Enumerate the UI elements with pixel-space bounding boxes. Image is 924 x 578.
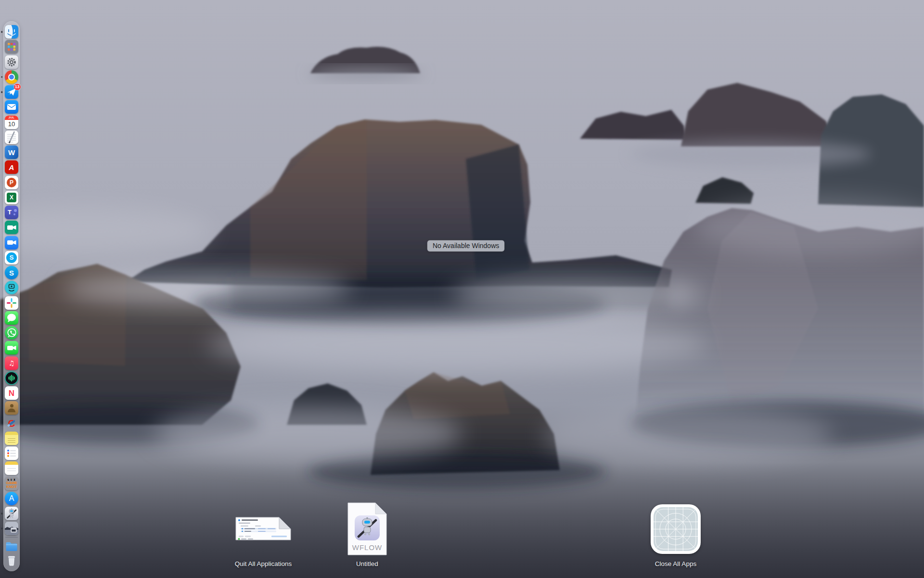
file-label: Close All Apps <box>655 560 696 568</box>
dock-item-apple-music[interactable]: ♫ <box>5 356 18 370</box>
dock-item-microsoft-powerpoint[interactable]: P <box>5 176 18 189</box>
dock-item-textedit[interactable] <box>5 131 18 144</box>
wflow-file-icon: WFLOW <box>345 502 389 556</box>
excel-tile: X <box>7 193 16 202</box>
zoom-camera-icon <box>5 236 18 250</box>
dock-item-facetime[interactable] <box>5 341 18 355</box>
dock-item-reminders[interactable] <box>5 447 18 460</box>
trash-glyph <box>5 554 18 567</box>
dock-item-automator[interactable] <box>5 507 18 520</box>
dock-item-audio-waveform-app[interactable] <box>5 371 18 385</box>
waveform-icon <box>5 371 18 385</box>
file-close-all-apps[interactable]: Close All Apps <box>628 502 724 568</box>
calendar-month: JUL <box>5 116 18 120</box>
word-icon: W <box>5 145 18 159</box>
app-template-icon <box>651 502 701 556</box>
powerpoint-icon: P <box>5 176 18 189</box>
music-note: ♫ <box>9 359 15 367</box>
skype-letter: S <box>10 254 14 261</box>
news-icon: N <box>5 386 18 400</box>
calendar-day: 10 <box>5 120 18 129</box>
app-template-grid-glyph <box>654 507 698 551</box>
gear-glyph <box>5 55 18 69</box>
workflow-document-glyph <box>234 516 293 541</box>
dock-item-gameknot-chess[interactable]: ♞♛♜ GAME KNOT <box>5 477 18 490</box>
excel-icon: X <box>5 191 18 204</box>
dock-item-webcam-app[interactable] <box>5 281 18 294</box>
skype-business-icon: S <box>5 266 18 279</box>
running-indicator <box>1 512 3 514</box>
mail-envelope-icon <box>5 100 18 114</box>
dock-item-ccleaner[interactable]: C <box>5 417 18 430</box>
wflow-filetype-text: WFLOW <box>345 544 389 552</box>
wallpaper-graphic <box>0 0 924 578</box>
envelope-glyph <box>5 100 18 114</box>
dock-separator <box>5 537 18 538</box>
dock-item-adobe-acrobat[interactable]: A <box>5 160 18 174</box>
webcam-icon <box>5 281 18 294</box>
word-letter: W <box>8 149 15 156</box>
automator-robot-icon <box>5 507 18 520</box>
dock-item-notes[interactable] <box>5 461 18 475</box>
dock-item-microsoft-excel[interactable]: X <box>5 191 18 204</box>
running-indicator <box>1 31 3 33</box>
file-untitled-workflow[interactable]: WFLOW Untitled <box>319 502 415 568</box>
waveform-glyph <box>5 371 18 385</box>
calendar-icon: JUL 10 <box>5 116 18 129</box>
finder-glyph <box>5 25 18 39</box>
contacts-person-icon <box>5 401 18 415</box>
launchpad-glyph <box>5 40 18 53</box>
facetime-camera-icon <box>5 341 18 355</box>
ccleaner-letter: C <box>8 418 15 428</box>
workflow-document-icon <box>234 502 293 556</box>
textedit-glyph <box>5 131 18 144</box>
desktop: No Available Windows <box>0 0 924 578</box>
dock-item-skype[interactable]: S <box>5 251 18 264</box>
dock-item-apple-news[interactable]: N <box>5 386 18 400</box>
automator-glyph <box>5 507 18 520</box>
dock-item-trash[interactable] <box>5 554 18 567</box>
dock: 13 JUL 10 <box>3 21 20 571</box>
dock-item-zoom[interactable] <box>5 236 18 250</box>
dock-item-google-chrome[interactable] <box>5 70 18 84</box>
dock-item-folder[interactable] <box>5 539 18 552</box>
powerpoint-letter: P <box>10 180 13 185</box>
dock-item-skype-for-business[interactable]: S <box>5 266 18 279</box>
dock-item-finder[interactable] <box>5 25 18 39</box>
dock-item-video-camera-teal-app[interactable] <box>5 221 18 234</box>
chrome-icon <box>5 70 18 84</box>
speech-bubble-glyph <box>5 311 18 325</box>
powerpoint-ball: P <box>7 178 16 187</box>
dock-item-messages[interactable] <box>5 311 18 325</box>
dock-item-microsoft-word[interactable]: W <box>5 145 18 159</box>
dock-item-calendar[interactable]: JUL 10 <box>5 116 18 129</box>
dock-item-spark-mail[interactable]: 13 <box>5 85 18 99</box>
messages-bubble-icon <box>5 311 18 325</box>
dock-item-contacts[interactable] <box>5 401 18 415</box>
music-icon: ♫ <box>5 356 18 370</box>
launchpad-icon <box>5 40 18 53</box>
dock-item-stickies[interactable] <box>5 432 18 445</box>
dock-item-whatsapp[interactable] <box>5 326 18 340</box>
dock-item-microsoft-teams[interactable]: T <box>5 206 18 219</box>
skype-icon: S <box>5 251 18 264</box>
file-quit-all-applications[interactable]: Quit All Applications <box>215 502 311 568</box>
dock-item-desktop-preview-app[interactable] <box>5 522 18 535</box>
dock-item-apple-mail[interactable] <box>5 100 18 114</box>
gameknot-icon: ♞♛♜ GAME KNOT <box>5 477 18 490</box>
file-label: Untitled <box>356 560 378 568</box>
dock-item-system-settings[interactable] <box>5 55 18 69</box>
folder-glyph <box>5 539 18 552</box>
dock-item-slack[interactable] <box>5 296 18 310</box>
file-label: Quit All Applications <box>235 560 292 568</box>
dock-item-launchpad[interactable] <box>5 40 18 53</box>
notes-icon <box>5 461 18 475</box>
stickies-note-icon <box>5 432 18 445</box>
app-store-letter: A <box>9 495 14 502</box>
desktop-preview-icon <box>5 522 18 535</box>
unread-badge: 13 <box>14 84 20 90</box>
folder-icon <box>5 539 18 552</box>
ccleaner-broom-icon: C <box>5 417 18 430</box>
gear-icon <box>5 55 18 69</box>
dock-item-app-store[interactable]: A <box>5 492 18 505</box>
